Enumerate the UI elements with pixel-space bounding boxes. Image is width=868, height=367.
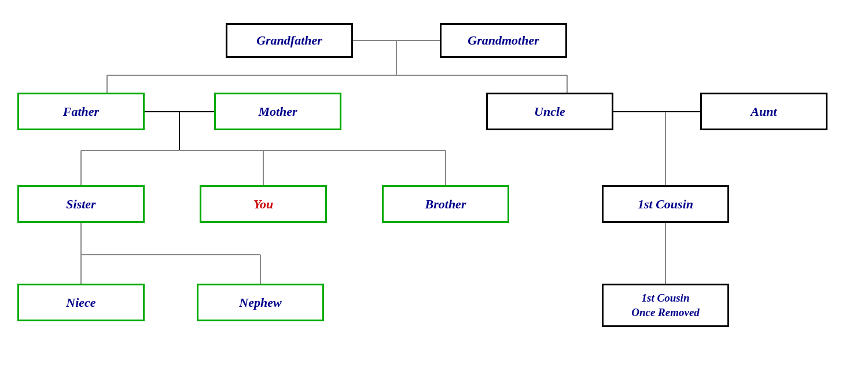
grandfather-node: Grandfather: [226, 23, 353, 58]
grandmother-node: Grandmother: [440, 23, 567, 58]
father-node: Father: [17, 93, 145, 130]
brother-node: Brother: [382, 185, 509, 223]
mother-node: Mother: [214, 93, 341, 130]
sister-node: Sister: [17, 185, 145, 223]
first-cousin-once-removed-label: 1st Cousin Once Removed: [631, 291, 700, 320]
uncle-node: Uncle: [486, 93, 613, 130]
niece-node: Niece: [17, 284, 145, 321]
first-cousin-node: 1st Cousin: [602, 185, 729, 223]
you-node: You: [200, 185, 327, 223]
nephew-node: Nephew: [197, 284, 324, 321]
first-cousin-once-removed-node: 1st Cousin Once Removed: [602, 284, 729, 327]
family-tree: Grandfather Grandmother Father Mother Un…: [0, 0, 868, 367]
aunt-node: Aunt: [700, 93, 827, 130]
